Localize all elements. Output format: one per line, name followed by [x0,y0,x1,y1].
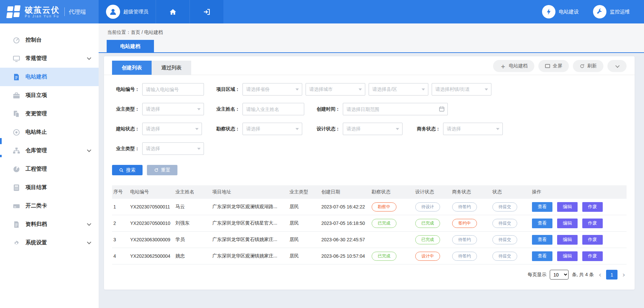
refresh-icon [580,64,585,69]
view-button[interactable]: 查看 [532,235,552,245]
void-button[interactable]: 作废 [582,219,603,228]
sidebar-item-card[interactable]: 开二类卡 [0,197,99,215]
topbar: 破茧云伏 Po Jian Yun Fu 代理端 超级管理员 电站建设 监控运维 [0,0,644,23]
calendar-icon [439,106,445,112]
edit-button[interactable]: 编辑 [557,235,578,245]
sidebar-item-gear[interactable]: 系统设置 [0,234,99,252]
void-button[interactable]: 作废 [582,202,603,212]
sidebar-item-archive[interactable]: 资料归档 [0,215,99,234]
town-select[interactable]: 请选择村镇/街道 [432,83,491,96]
sidebar-item-briefcase[interactable]: 项目立项 [0,86,99,105]
next-page-button[interactable]: › [621,271,627,279]
cell-address: 广东深圳龙华区观澜镇观湖路... [211,204,288,210]
sidebar-scrollbar[interactable] [0,155,2,157]
col-business-status: 商务状态 [451,189,491,195]
logo-divider [64,7,65,16]
sidebar-item-target[interactable]: 电站终止 [0,123,99,141]
date-range-input[interactable] [343,103,448,115]
station-no-input[interactable] [142,83,204,96]
sidebar-item-sitemap[interactable]: 仓库管理 [0,141,99,160]
sidebar-item-gauge[interactable]: 工程管理 [0,160,99,178]
col-design-status: 设计状态 [414,189,451,195]
sidebar-item-document[interactable]: 电站建档 [0,68,99,86]
table-row: 2 YX2023070500010 刘强东 广东深圳龙华区黄石镇星官大... 居… [112,215,627,232]
refresh-button[interactable]: 刷新 [573,60,603,72]
add-station-button[interactable]: ＋ 电站建档 [493,60,534,72]
void-button[interactable]: 作废 [582,235,603,245]
survey-status-select[interactable]: 请选择 [243,123,302,135]
gauge-icon [13,166,20,173]
per-page-select[interactable]: 10 [550,270,569,280]
records-table: 序号 电站编号 业主姓名 项目地址 业主类型 创建日期 勘察状态 设计状态 商务… [112,185,627,264]
view-button[interactable]: 查看 [532,251,552,261]
avatar [106,5,120,19]
page-number[interactable]: 1 [606,270,618,280]
cell-created: 2023-06-25 10:57:04 [320,253,370,259]
reset-button[interactable]: 重置 [147,165,177,175]
tab-passed-list[interactable]: 通过列表 [152,61,191,75]
table-row: 3 YX2023063000009 学员 广东深圳龙华区黄石镇姚家庄... 居民… [112,232,627,248]
county-select[interactable]: 请选择县/区 [369,83,428,96]
edit-button[interactable]: 编辑 [557,202,578,212]
col-owner-type: 业主类型 [288,189,320,195]
edit-button[interactable]: 编辑 [557,219,578,228]
view-button[interactable]: 查看 [532,202,552,212]
tab-create-list[interactable]: 创建列表 [112,61,152,75]
cell-design: 已完成 [414,219,451,228]
city-select[interactable]: 请选择城市 [306,83,365,96]
sidebar-item-dashboard[interactable]: 控制台 [0,31,99,49]
chevron-down-icon [87,56,91,60]
nav-monitor-ops-label: 监控运维 [610,9,630,15]
logo: 破茧云伏 Po Jian Yun Fu 代理端 [0,0,99,23]
search-button[interactable]: 搜索 [112,165,143,175]
cell-actions: 查看编辑作废 [531,202,627,212]
sidebar-item-label: 控制台 [25,37,42,44]
target-icon [13,129,20,136]
cell-design: 已完成 [414,235,451,244]
sidebar-item-files[interactable]: 变更管理 [0,105,99,123]
page-tab[interactable]: 电站建档 [107,40,154,52]
sidebar-item-monitor[interactable]: 常规管理 [0,49,99,68]
nav-monitor-ops[interactable]: 监控运维 [593,0,630,23]
sitemap-icon [13,147,20,155]
edit-button[interactable]: 编辑 [557,251,578,261]
build-status-select[interactable]: 请选择 [142,123,202,135]
owner-type2-select[interactable]: 请选择 [142,142,204,155]
business-status-select[interactable]: 请选择 [443,123,503,135]
portal-label: 代理端 [69,8,86,16]
cell-index: 3 [112,237,129,242]
region-label: 项目区域： [212,86,240,93]
fullscreen-button[interactable]: 全屏 [538,60,569,72]
owner-type2-label: 业主类型： [112,146,140,152]
cell-business: 待签约 [451,235,491,244]
status-chip: 待提交 [492,219,517,228]
sidebar-item-calculator[interactable]: 项目结算 [0,178,99,197]
col-address: 项目地址 [211,189,288,195]
sidebar-item-label: 变更管理 [25,110,47,117]
owner-name-input[interactable] [243,103,304,115]
cell-survey: 勘察中 [370,202,414,211]
view-button[interactable]: 查看 [532,219,552,228]
design-status-select[interactable]: 请选择 [343,123,402,135]
sidebar-scrollbar[interactable] [0,138,2,144]
prev-page-button[interactable]: ‹ [597,271,603,279]
logout-button[interactable] [190,0,223,23]
cell-address: 广东深圳龙华区观澜镇姚家庄... [211,253,288,259]
filter-form: 电站编号： 项目区域： 请选择省份 请选择城市 请选择县/区 请选择村镇/街道 … [104,75,635,155]
user-menu[interactable]: 超级管理员 [99,0,156,23]
cell-owner-type: 居民 [288,253,320,259]
cell-business: 待签约 [451,202,491,211]
owner-type-select[interactable]: 请选择 [142,103,204,115]
cell-owner: 刘强东 [174,220,211,226]
status-chip: 待提交 [492,252,517,261]
cell-owner-type: 居民 [288,220,320,226]
home-button[interactable] [156,0,190,23]
void-button[interactable]: 作废 [582,251,603,261]
cell-index: 4 [112,253,129,259]
cell-address: 广东深圳龙华区黄石镇姚家庄... [211,237,288,243]
collapse-toolbar-button[interactable] [607,60,627,72]
sidebar-item-label: 电站建档 [25,73,47,80]
nav-station-build[interactable]: 电站建设 [542,0,579,23]
cell-created: 2023-06-30 22:45:57 [320,237,370,242]
province-select[interactable]: 请选择省份 [243,83,302,96]
